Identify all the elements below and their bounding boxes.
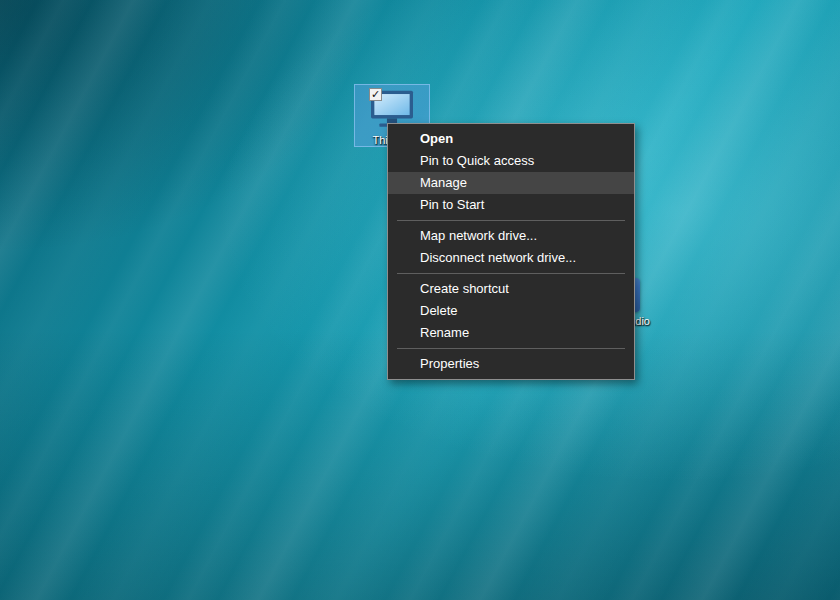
desktop: ✓ This PC Visual Studio Open Pin to Qu bbox=[0, 0, 840, 600]
menu-separator bbox=[397, 348, 625, 349]
menu-separator bbox=[397, 273, 625, 274]
menu-item-map-network-drive[interactable]: Map network drive... bbox=[388, 225, 634, 247]
menu-separator bbox=[397, 220, 625, 221]
menu-item-open[interactable]: Open bbox=[388, 128, 634, 150]
menu-item-manage[interactable]: Manage bbox=[388, 172, 634, 194]
context-menu: Open Pin to Quick access Manage Pin to S… bbox=[387, 123, 635, 380]
menu-item-pin-to-start[interactable]: Pin to Start bbox=[388, 194, 634, 216]
menu-item-properties[interactable]: Properties bbox=[388, 353, 634, 375]
menu-item-pin-to-quick-access[interactable]: Pin to Quick access bbox=[388, 150, 634, 172]
menu-item-delete[interactable]: Delete bbox=[388, 300, 634, 322]
menu-item-create-shortcut[interactable]: Create shortcut bbox=[388, 278, 634, 300]
menu-item-rename[interactable]: Rename bbox=[388, 322, 634, 344]
menu-item-disconnect-network-drive[interactable]: Disconnect network drive... bbox=[388, 247, 634, 269]
selection-checkbox-icon[interactable]: ✓ bbox=[369, 88, 382, 101]
